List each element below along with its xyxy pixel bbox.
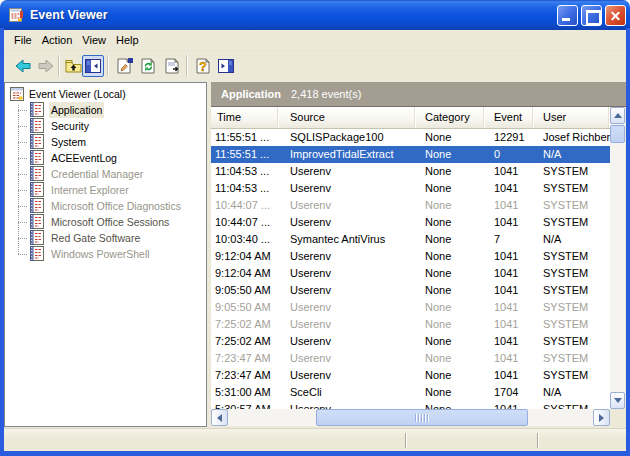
horizontal-scrollbar[interactable] <box>211 409 610 426</box>
cell-category: None <box>415 282 484 299</box>
close-button[interactable] <box>605 5 626 26</box>
tree-item-windows-powershell[interactable]: Windows PowerShell <box>5 246 206 262</box>
cell-source: Symantec AntiVirus <box>278 231 415 248</box>
tree-item-label: Application <box>49 102 104 118</box>
down-arrow-icon <box>614 398 622 403</box>
tree-line <box>18 158 28 159</box>
title-bar[interactable]: Event Viewer <box>0 0 630 30</box>
event-row[interactable]: 7:23:47 AMUserenvNone1041SYSTEM <box>211 367 610 384</box>
cell-user: SYSTEM <box>533 214 610 231</box>
event-row[interactable]: 11:55:51 ...SQLISPackage100None12291Jose… <box>211 129 610 146</box>
cell-event: 1041 <box>484 367 533 384</box>
tree-item-label: Internet Explorer <box>49 182 131 198</box>
event-row[interactable]: 11:55:51 ...ImprovedTidalExtractNone0N/A <box>211 146 610 163</box>
cell-time: 10:44:07 ... <box>211 197 278 214</box>
window-border-right <box>626 28 630 456</box>
event-row[interactable]: 11:04:53 ...UserenvNone1041SYSTEM <box>211 180 610 197</box>
tree-line <box>18 174 28 175</box>
tree-item-microsoft-office-sessions[interactable]: Microsoft Office Sessions <box>5 214 206 230</box>
properties-button[interactable] <box>113 55 135 77</box>
horizontal-scroll-thumb[interactable] <box>316 409 528 426</box>
cell-time: 11:55:51 ... <box>211 146 278 163</box>
tree-line <box>18 206 28 207</box>
refresh-button[interactable] <box>137 55 159 77</box>
tree-item-application[interactable]: Application <box>5 102 206 118</box>
scroll-left-button[interactable] <box>211 409 228 426</box>
tree-item-aceeventlog[interactable]: ACEEventLog <box>5 150 206 166</box>
menu-action[interactable]: Action <box>37 31 78 49</box>
event-row[interactable]: 5:30:57 AMUserenvNone1041SYSTEM <box>211 401 610 409</box>
menu-help[interactable]: Help <box>111 31 144 49</box>
tree-line <box>18 110 28 111</box>
scroll-right-button[interactable] <box>593 409 610 426</box>
event-row[interactable]: 7:23:47 AMUserenvNone1041SYSTEM <box>211 350 610 367</box>
tree-line <box>18 126 28 127</box>
cell-user: N/A <box>533 231 610 248</box>
cell-source: Userenv <box>278 367 415 384</box>
cell-source: Userenv <box>278 299 415 316</box>
cell-source: Userenv <box>278 333 415 350</box>
back-button[interactable] <box>12 55 34 77</box>
cell-event: 7 <box>484 231 533 248</box>
scroll-down-button[interactable] <box>610 392 625 409</box>
event-row[interactable]: 9:05:50 AMUserenvNone1041SYSTEM <box>211 282 610 299</box>
cell-event: 1041 <box>484 350 533 367</box>
refresh-icon <box>140 58 157 74</box>
cell-user: SYSTEM <box>533 299 610 316</box>
cell-time: 7:25:02 AM <box>211 333 278 350</box>
minimize-button[interactable] <box>557 5 578 26</box>
maximize-button[interactable] <box>581 5 602 26</box>
event-row[interactable]: 9:12:04 AMUserenvNone1041SYSTEM <box>211 248 610 265</box>
cell-event: 1041 <box>484 299 533 316</box>
event-row[interactable]: 7:25:02 AMUserenvNone1041SYSTEM <box>211 333 610 350</box>
vertical-scroll-thumb[interactable] <box>610 125 625 143</box>
show-hide-action-pane-button[interactable] <box>215 55 237 77</box>
forward-arrow-icon <box>37 58 55 74</box>
tree-item-security[interactable]: Security <box>5 118 206 134</box>
menu-view[interactable]: View <box>77 31 111 49</box>
cell-category: None <box>415 401 484 409</box>
cell-source: Userenv <box>278 282 415 299</box>
tree-line <box>18 238 28 239</box>
scroll-up-button[interactable] <box>610 107 625 124</box>
tree-item-red-gate-software[interactable]: Red Gate Software <box>5 230 206 246</box>
help-button[interactable]: ? <box>192 55 214 77</box>
cell-time: 9:12:04 AM <box>211 248 278 265</box>
cell-source: Userenv <box>278 265 415 282</box>
up-arrow-icon <box>614 113 622 118</box>
column-header-event[interactable]: Event <box>484 107 533 128</box>
menu-file[interactable]: File <box>9 31 37 49</box>
column-header-time[interactable]: Time <box>211 107 278 128</box>
event-row[interactable]: 11:04:53 ...UserenvNone1041SYSTEM <box>211 163 610 180</box>
event-row[interactable]: 9:05:50 AMUserenvNone1041SYSTEM <box>211 299 610 316</box>
tree-root-event-viewer-local[interactable]: Event Viewer (Local) <box>5 86 206 102</box>
event-row[interactable]: 10:44:07 ...UserenvNone1041SYSTEM <box>211 214 610 231</box>
tree-item-credential-manager[interactable]: Credential Manager <box>5 166 206 182</box>
column-header-user[interactable]: User <box>533 107 609 128</box>
tree-item-label: ACEEventLog <box>49 150 119 166</box>
cell-source: Userenv <box>278 214 415 231</box>
column-header-source[interactable]: Source <box>278 107 415 128</box>
forward-button[interactable] <box>35 55 57 77</box>
tree-item-microsoft-office-diagnostics[interactable]: Microsoft Office Diagnostics <box>5 198 206 214</box>
tree-item-internet-explorer[interactable]: Internet Explorer <box>5 182 206 198</box>
menu-bar: FileActionViewHelp <box>4 30 626 51</box>
help-icon: ? <box>195 58 212 74</box>
cell-event: 12291 <box>484 129 533 146</box>
event-row[interactable]: 10:03:40 ...Symantec AntiVirusNone7N/A <box>211 231 610 248</box>
cell-category: None <box>415 265 484 282</box>
export-list-button[interactable] <box>161 55 183 77</box>
cell-time: 5:31:00 AM <box>211 384 278 401</box>
event-row[interactable]: 9:12:04 AMUserenvNone1041SYSTEM <box>211 265 610 282</box>
up-one-level-button[interactable] <box>62 55 84 77</box>
tree-item-system[interactable]: System <box>5 134 206 150</box>
event-row[interactable]: 7:25:02 AMUserenvNone1041SYSTEM <box>211 316 610 333</box>
event-row[interactable]: 10:44:07 ...UserenvNone1041SYSTEM <box>211 197 610 214</box>
export-list-icon <box>164 58 181 74</box>
vertical-scrollbar[interactable] <box>610 107 625 409</box>
show-hide-console-tree-button[interactable] <box>82 55 104 77</box>
tree-item-label: Red Gate Software <box>49 230 142 246</box>
event-row[interactable]: 5:31:00 AMSceCliNone1704N/A <box>211 384 610 401</box>
column-header-category[interactable]: Category <box>415 107 484 128</box>
cell-source: Userenv <box>278 350 415 367</box>
